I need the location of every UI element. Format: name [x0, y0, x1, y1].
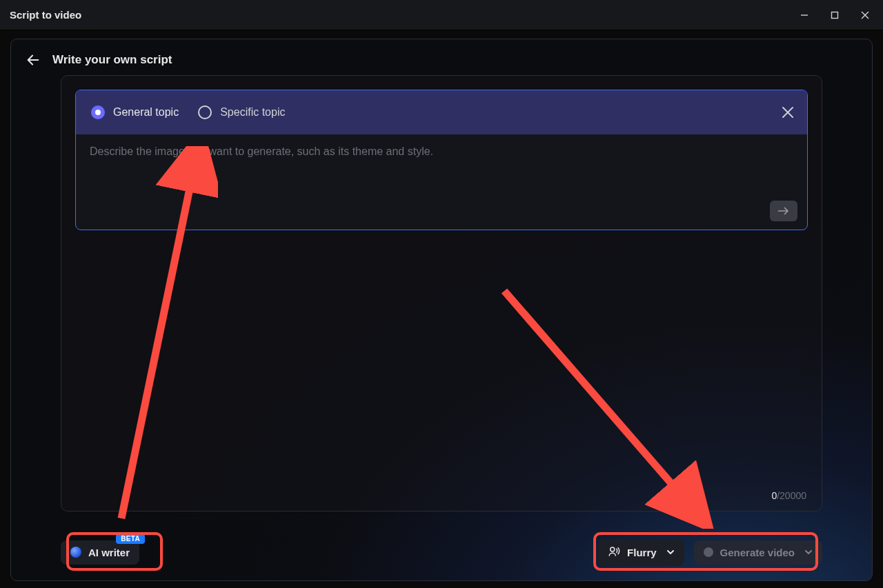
prompt-placeholder: Describe the image you want to generate,… [90, 145, 793, 158]
window-controls [789, 0, 880, 30]
footer-bar: AI writer BETA Flurry Generate video [11, 524, 872, 580]
topic-type-tabs: General topic Specific topic [76, 90, 807, 134]
radio-label: General topic [113, 106, 179, 119]
radio-unselected-icon [198, 105, 212, 119]
panel-header: Write your own script [11, 39, 872, 75]
generate-video-button[interactable]: Generate video [694, 540, 822, 565]
window-titlebar: Script to video [0, 0, 883, 30]
beta-badge: BETA [116, 534, 145, 544]
radio-specific-topic[interactable]: Specific topic [198, 105, 285, 119]
app-title: Script to video [10, 9, 81, 21]
voice-label: Flurry [627, 547, 657, 558]
svg-rect-1 [832, 12, 838, 18]
generate-orb-icon [704, 547, 713, 557]
char-count-current: 0 [771, 490, 777, 501]
prompt-panel: General topic Specific topic Describe th… [75, 90, 808, 230]
footer-right-group: Flurry Generate video [598, 539, 822, 566]
close-prompt-button[interactable] [778, 103, 797, 122]
voice-select-button[interactable]: Flurry [598, 539, 684, 566]
chevron-down-icon [666, 547, 675, 558]
radio-general-topic[interactable]: General topic [91, 105, 179, 119]
voice-icon [608, 545, 620, 560]
page-title: Write your own script [52, 53, 172, 67]
back-button[interactable] [25, 52, 41, 68]
maximize-button[interactable] [820, 0, 850, 30]
submit-prompt-button[interactable] [770, 201, 797, 221]
radio-label: Specific topic [220, 106, 285, 119]
generate-label: Generate video [720, 547, 795, 558]
char-counter: 0/20000 [771, 490, 806, 501]
script-card: General topic Specific topic Describe th… [61, 75, 822, 511]
ai-writer-wrap: AI writer BETA [61, 540, 139, 565]
main-panel: Write your own script General topic Spec… [10, 39, 873, 581]
char-count-max: 20000 [780, 490, 806, 501]
radio-selected-icon [91, 105, 105, 119]
ai-orb-icon [70, 547, 81, 558]
chevron-down-icon [804, 547, 813, 558]
prompt-textarea[interactable]: Describe the image you want to generate,… [76, 134, 807, 230]
minimize-button[interactable] [789, 0, 820, 30]
ai-writer-button[interactable]: AI writer [61, 540, 139, 565]
svg-point-6 [611, 547, 615, 551]
close-window-button[interactable] [850, 0, 880, 30]
ai-writer-label: AI writer [88, 547, 130, 558]
